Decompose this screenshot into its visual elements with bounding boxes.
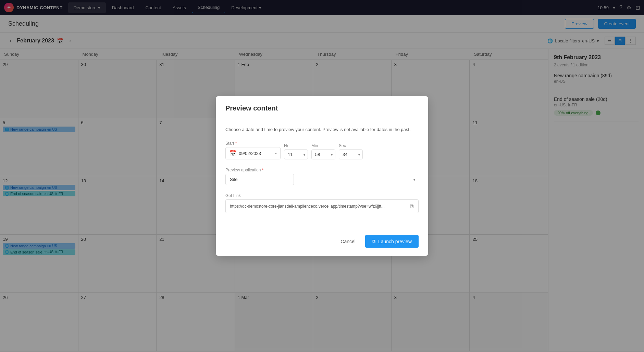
link-label: Get Link	[225, 193, 419, 198]
cancel-button[interactable]: Cancel	[335, 235, 361, 248]
modal-overlay: Preview content Choose a date and time t…	[0, 0, 644, 351]
modal-header: Preview content	[216, 96, 428, 118]
hr-form-group: Hr 11 ▾	[284, 143, 308, 159]
min-form-group: Min 58 ▾	[311, 143, 335, 159]
external-link-icon: ⧉	[372, 238, 375, 244]
preview-content-modal: Preview content Choose a date and time t…	[216, 96, 428, 256]
hr-select[interactable]: 11	[284, 149, 308, 159]
sec-label: Sec	[339, 143, 363, 148]
hr-label: Hr	[284, 143, 308, 148]
modal-description: Choose a date and time to preview your c…	[225, 126, 419, 133]
date-input-wrapper[interactable]: 📅 ▾	[225, 147, 281, 159]
copy-link-button[interactable]: ⧉	[409, 203, 414, 210]
app-select-wrapper: Preview application * Site ▾	[225, 168, 419, 185]
sec-select[interactable]: 34	[339, 149, 363, 159]
link-url: https://dc-demostore-core-jlansdell-ampl…	[230, 204, 406, 209]
link-group: Get Link https://dc-demostore-core-jlans…	[225, 193, 419, 213]
launch-preview-button[interactable]: ⧉ Launch preview	[365, 235, 419, 248]
link-row: https://dc-demostore-core-jlansdell-ampl…	[225, 199, 419, 213]
app-label: Preview application *	[225, 168, 419, 172]
datetime-row: Start * 📅 ▾ Hr 11 ▾	[225, 141, 419, 159]
start-label: Start *	[225, 141, 281, 146]
min-label: Min	[311, 143, 335, 148]
start-date-input[interactable]	[239, 151, 273, 156]
chevron-down-icon: ▾	[413, 178, 415, 181]
calendar-icon: 📅	[229, 149, 237, 157]
modal-footer: Cancel ⧉ Launch preview	[216, 230, 428, 256]
start-form-group: Start * 📅 ▾	[225, 141, 281, 159]
app-select[interactable]: Site	[225, 174, 294, 185]
modal-title: Preview content	[225, 104, 419, 112]
min-select[interactable]: 58	[311, 149, 335, 159]
sec-form-group: Sec 34 ▾	[339, 143, 363, 159]
chevron-down-icon: ▾	[275, 152, 277, 155]
modal-body: Choose a date and time to preview your c…	[216, 118, 428, 230]
